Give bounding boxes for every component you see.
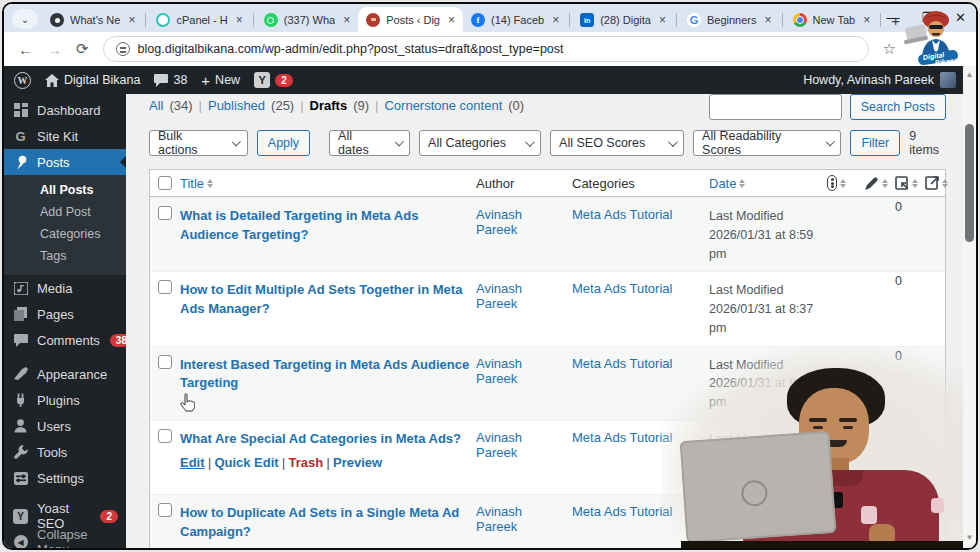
row-checkbox[interactable] bbox=[158, 503, 172, 517]
url-text[interactable]: blog.digitalbikana.com/wp-admin/edit.php… bbox=[138, 42, 564, 56]
column-header-readability[interactable] bbox=[865, 176, 895, 190]
filter-button[interactable]: Filter bbox=[850, 130, 900, 156]
categories-filter-select[interactable]: All Categories bbox=[419, 130, 541, 156]
column-header-incoming-links[interactable] bbox=[895, 176, 925, 190]
view-all[interactable]: All bbox=[149, 98, 163, 113]
view-cornerstone[interactable]: Cornerstone content bbox=[384, 98, 502, 113]
readability-scores-filter-select[interactable]: All Readability Scores bbox=[693, 130, 841, 156]
page-scrollbar[interactable]: ▲ ▼ bbox=[963, 66, 976, 548]
author-link[interactable]: Avinash Pareek bbox=[476, 281, 522, 311]
submenu-categories[interactable]: Categories bbox=[4, 223, 126, 245]
sidebar-item-pages[interactable]: Pages bbox=[4, 301, 126, 327]
tab-close-icon[interactable]: × bbox=[448, 13, 455, 27]
sidebar-item-settings[interactable]: Settings bbox=[4, 465, 126, 491]
sidebar-item-posts[interactable]: Posts bbox=[4, 149, 126, 175]
trash-link[interactable]: Trash bbox=[288, 454, 323, 473]
tab-linkedin[interactable]: in(28) Digita× bbox=[572, 8, 674, 32]
submenu-tags[interactable]: Tags bbox=[4, 245, 126, 267]
submenu-all-posts[interactable]: All Posts bbox=[4, 179, 126, 201]
post-title-link[interactable]: What is Detailed Targeting in Meta Ads A… bbox=[180, 207, 470, 245]
category-link[interactable]: Meta Ads Tutorial bbox=[572, 207, 672, 222]
admin-bar-new[interactable]: + New bbox=[201, 73, 240, 88]
preview-link[interactable]: Preview bbox=[333, 454, 382, 473]
tab-whatsapp[interactable]: (337) Wha× bbox=[256, 8, 358, 32]
tab-close-icon[interactable]: × bbox=[236, 13, 243, 27]
sidebar-item-collapse-menu[interactable]: ◀ Collapse Menu bbox=[4, 529, 126, 550]
tab-facebook[interactable]: f(14) Faceb× bbox=[463, 8, 567, 32]
author-link[interactable]: Avinash Pareek bbox=[476, 356, 522, 386]
sidebar-item-yoast-seo[interactable]: Y Yoast SEO 2 bbox=[4, 503, 126, 529]
sidebar-item-plugins[interactable]: Plugins bbox=[4, 387, 126, 413]
post-title-link[interactable]: Interest Based Targeting in Meta Ads Aud… bbox=[180, 356, 470, 394]
bulk-actions-select[interactable]: Bulk actions bbox=[149, 130, 248, 156]
address-bar[interactable]: blog.digitalbikana.com/wp-admin/edit.php… bbox=[103, 36, 869, 62]
tab-cpanel[interactable]: cPanel - H× bbox=[148, 8, 250, 32]
admin-bar-yoast[interactable]: Y 2 bbox=[254, 72, 293, 88]
row-checkbox[interactable] bbox=[158, 429, 172, 443]
row-checkbox[interactable] bbox=[158, 280, 172, 294]
column-header-seo-score[interactable] bbox=[827, 175, 865, 191]
wordpress-logo-icon[interactable]: W bbox=[14, 72, 31, 89]
table-row: How to Edit Multiple Ad Sets Together in… bbox=[150, 271, 945, 345]
tab-close-icon[interactable]: × bbox=[863, 13, 870, 27]
sidebar-item-dashboard[interactable]: Dashboard bbox=[4, 97, 126, 123]
tab-close-icon[interactable]: × bbox=[343, 13, 350, 27]
tab-close-icon[interactable]: × bbox=[552, 13, 559, 27]
site-settings-icon[interactable] bbox=[116, 42, 130, 56]
author-link[interactable]: Avinash Pareek bbox=[476, 504, 522, 534]
bookmark-star-icon[interactable]: ☆ bbox=[883, 40, 896, 58]
category-link[interactable]: Meta Ads Tutorial bbox=[572, 356, 672, 371]
search-posts-input[interactable] bbox=[709, 94, 842, 120]
author-link[interactable]: Avinash Pareek bbox=[476, 430, 522, 460]
scrollbar-thumb[interactable] bbox=[965, 124, 974, 242]
back-icon[interactable]: ← bbox=[18, 41, 33, 58]
reload-icon[interactable]: ⟳ bbox=[76, 40, 89, 58]
whats-new-icon bbox=[50, 13, 64, 27]
view-drafts-current[interactable]: Drafts bbox=[310, 98, 348, 113]
select-all-checkbox[interactable] bbox=[158, 176, 172, 190]
category-link[interactable]: Meta Ads Tutorial bbox=[572, 430, 672, 445]
tab-close-icon[interactable]: × bbox=[128, 13, 135, 27]
tab-search-chevron-icon[interactable]: ⌄ bbox=[12, 9, 38, 29]
author-link[interactable]: Avinash Pareek bbox=[476, 207, 522, 237]
sidebar-item-site-kit[interactable]: G Site Kit bbox=[4, 123, 126, 149]
row-checkbox[interactable] bbox=[158, 206, 172, 220]
sidebar-item-comments[interactable]: Comments 38 bbox=[4, 327, 126, 353]
table-row-hovered: What Are Special Ad Categories in Meta A… bbox=[150, 420, 945, 494]
search-posts-button[interactable]: Search Posts bbox=[850, 94, 946, 120]
yoast-notification-badge: 2 bbox=[275, 74, 293, 87]
post-title-link[interactable]: What Are Special Ad Categories in Meta A… bbox=[180, 430, 461, 449]
view-published[interactable]: Published bbox=[208, 98, 265, 113]
category-link[interactable]: Meta Ads Tutorial bbox=[572, 504, 672, 519]
submenu-add-post[interactable]: Add Post bbox=[4, 201, 126, 223]
tab-new-tab[interactable]: New Tab× bbox=[785, 8, 879, 32]
tab-posts-active[interactable]: Posts ‹ Dig× bbox=[358, 7, 463, 32]
seo-scores-filter-select[interactable]: All SEO Scores bbox=[550, 130, 684, 156]
sidebar-item-appearance[interactable]: Appearance bbox=[4, 361, 126, 387]
tab-google-search[interactable]: GBeginners× bbox=[679, 8, 780, 32]
tab-close-icon[interactable]: × bbox=[659, 13, 666, 27]
tab-close-icon[interactable]: × bbox=[765, 13, 772, 27]
sidebar-item-tools[interactable]: Tools bbox=[4, 439, 126, 465]
dates-filter-select[interactable]: All dates bbox=[329, 130, 410, 156]
forward-icon[interactable]: → bbox=[47, 41, 62, 58]
yoast-icon: Y bbox=[254, 72, 270, 88]
scroll-up-icon[interactable]: ▲ bbox=[966, 66, 974, 83]
post-title-link[interactable]: How to Edit Multiple Ad Sets Together in… bbox=[180, 281, 470, 319]
apply-button[interactable]: Apply bbox=[257, 130, 310, 156]
post-title-link[interactable]: How to Duplicate Ad Sets in a Single Met… bbox=[180, 504, 470, 542]
sidebar-item-users[interactable]: Users bbox=[4, 413, 126, 439]
column-header-title[interactable]: Title bbox=[180, 176, 476, 191]
column-header-date[interactable]: Date bbox=[709, 176, 827, 191]
edit-link[interactable]: Edit bbox=[180, 454, 205, 473]
wp-admin-bar: W Digital Bikana 38 + New Y 2 Howdy, Avi… bbox=[4, 66, 970, 94]
tab-whats-new[interactable]: What's Ne× bbox=[42, 8, 143, 32]
column-header-outgoing-links[interactable] bbox=[925, 176, 948, 190]
admin-bar-site-link[interactable]: Digital Bikana bbox=[45, 73, 140, 87]
scroll-down-icon[interactable]: ▼ bbox=[966, 529, 974, 546]
sidebar-item-media[interactable]: Media bbox=[4, 275, 126, 301]
category-link[interactable]: Meta Ads Tutorial bbox=[572, 281, 672, 296]
row-checkbox[interactable] bbox=[158, 355, 172, 369]
quick-edit-link[interactable]: Quick Edit bbox=[214, 454, 278, 473]
admin-bar-comments[interactable]: 38 bbox=[154, 73, 187, 87]
